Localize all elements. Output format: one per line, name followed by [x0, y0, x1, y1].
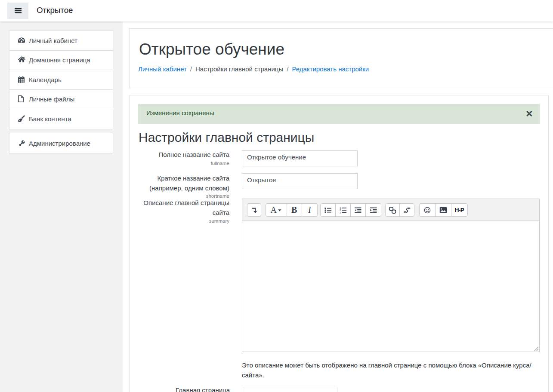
- svg-text:3: 3: [340, 211, 341, 213]
- svg-text:I: I: [308, 206, 312, 214]
- svg-text:B: B: [291, 206, 297, 214]
- svg-text:A: A: [271, 206, 277, 214]
